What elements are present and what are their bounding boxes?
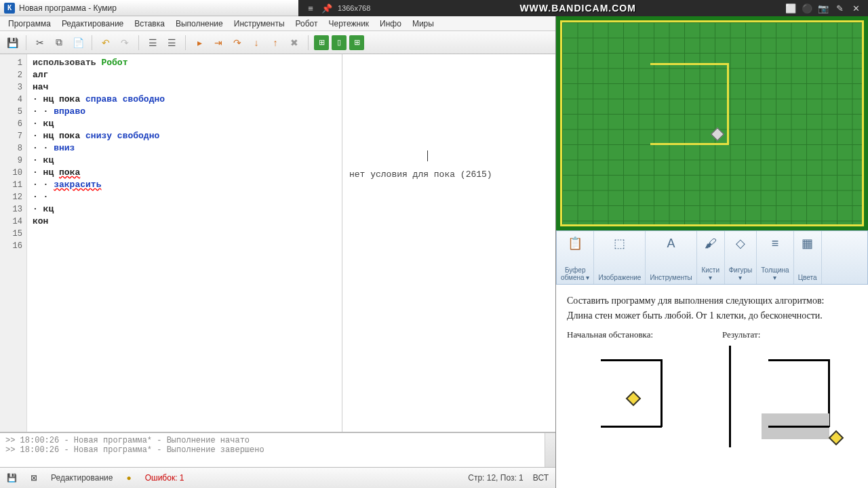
run-icon[interactable]: ▸ bbox=[191, 35, 208, 51]
step-over-icon[interactable]: ↷ bbox=[229, 35, 245, 51]
ribbon-фигуры[interactable]: ◇Фигуры▾ bbox=[725, 231, 757, 284]
task-fig-before bbox=[567, 346, 682, 441]
stop-icon[interactable]: ✖ bbox=[286, 35, 302, 51]
ide-menubar[interactable]: ПрограммаРедактированиеВставкаВыполнение… bbox=[0, 16, 555, 31]
output-console[interactable]: >> 18:00:26 - Новая программа* - Выполне… bbox=[0, 432, 555, 468]
robot-field-area[interactable] bbox=[556, 16, 868, 230]
task-fig-after bbox=[722, 346, 837, 441]
ribbon-icon: ≡ bbox=[766, 234, 785, 253]
task-document[interactable]: Составить программу для выполнения следу… bbox=[556, 285, 868, 488]
task-line2: Длина стен может быть любой. От 1 клетки… bbox=[567, 310, 857, 321]
status-errors: Ошибок: 1 bbox=[145, 473, 184, 483]
ribbon-label: Буферобмена ▾ bbox=[561, 266, 589, 281]
ribbon-icon: ◇ bbox=[731, 234, 750, 253]
undo-icon[interactable]: ↶ bbox=[98, 35, 114, 51]
menu-редактирование[interactable]: Редактирование bbox=[56, 18, 129, 30]
ribbon-label: Цвета bbox=[798, 274, 817, 281]
discard-icon[interactable]: ⊠ bbox=[31, 473, 37, 483]
menu-инструменты[interactable]: Инструменты bbox=[229, 18, 290, 30]
code-text[interactable]: использовать Роботалгнач· нц пока справа… bbox=[27, 54, 342, 432]
fullscreen-icon[interactable]: ⬜ bbox=[785, 3, 796, 14]
menu-выполнение[interactable]: Выполнение bbox=[170, 18, 229, 30]
ribbon-инструменты[interactable]: AИнструменты bbox=[646, 231, 696, 284]
camera-icon[interactable]: 📷 bbox=[818, 3, 829, 14]
error-panel: нет условия для пока (2615) bbox=[342, 54, 555, 432]
ribbon-label: Фигуры▾ bbox=[729, 266, 752, 281]
wall-top bbox=[650, 63, 728, 65]
status-mode: Редактирование bbox=[51, 473, 113, 483]
pencil-icon[interactable]: ✎ bbox=[834, 3, 845, 14]
ribbon-label: Толщина▾ bbox=[761, 266, 789, 281]
paste-icon[interactable]: 📄 bbox=[70, 35, 86, 51]
text-cursor-icon bbox=[427, 150, 428, 161]
output-line: >> 18:00:26 - Новая программа* - Выполне… bbox=[5, 436, 550, 445]
task-before-label: Начальная обстановка: bbox=[567, 329, 702, 340]
output-line: >> 18:00:26 - Новая программа* - Выполне… bbox=[5, 445, 550, 455]
status-cursor-pos: Стр: 12, Поз: 1 bbox=[468, 473, 524, 483]
cut-icon[interactable]: ✂ bbox=[32, 35, 48, 51]
ide-title-text: Новая программа - Кумир bbox=[19, 3, 117, 13]
module-col-icon[interactable]: ▯ bbox=[332, 35, 347, 50]
menu-программа[interactable]: Программа bbox=[3, 18, 56, 30]
ide-statusbar: 💾 ⊠ Редактирование ● Ошибок: 1 Стр: 12, … bbox=[0, 468, 555, 488]
kumir-logo-icon: К bbox=[4, 3, 15, 14]
menu-инфо[interactable]: Инфо bbox=[374, 18, 407, 30]
bandicam-watermark: WWW.BANDICAM.COM bbox=[377, 3, 778, 14]
save-small-icon[interactable]: 💾 bbox=[7, 473, 17, 483]
redo-icon[interactable]: ↷ bbox=[117, 35, 133, 51]
compile-error-text: нет условия для пока (2615) bbox=[349, 169, 492, 180]
kumir-ide-window: К Новая программа - Кумир ПрограммаРедак… bbox=[0, 0, 556, 488]
ribbon-icon: ⬚ bbox=[610, 234, 629, 253]
burger-icon[interactable]: ≡ bbox=[305, 3, 316, 14]
step-icon[interactable]: ⇥ bbox=[210, 35, 226, 51]
ribbon-изображение[interactable]: ⬚Изображение bbox=[594, 231, 646, 284]
indent-icon[interactable]: ☰ bbox=[144, 35, 161, 51]
outdent-icon[interactable]: ☰ bbox=[163, 35, 180, 51]
menu-вставка[interactable]: Вставка bbox=[129, 18, 170, 30]
close-icon[interactable]: ✕ bbox=[850, 3, 861, 14]
robot-grid[interactable] bbox=[560, 20, 864, 226]
module-plus-icon[interactable]: ⊞ bbox=[349, 35, 364, 50]
ribbon-icon: 📋 bbox=[566, 234, 585, 253]
ribbon-цвета[interactable]: ▦Цвета bbox=[794, 231, 822, 284]
step-out-icon[interactable]: ↑ bbox=[267, 35, 283, 51]
wall-bottom bbox=[650, 143, 729, 145]
robot-end-icon bbox=[829, 430, 844, 446]
pin-icon[interactable]: 📌 bbox=[321, 3, 332, 14]
ribbon-кисти[interactable]: 🖌Кисти▾ bbox=[697, 231, 725, 284]
module-grid-icon[interactable]: ⊞ bbox=[314, 35, 329, 50]
bandicam-overlay: ≡ 📌 1366x768 WWW.BANDICAM.COM ⬜ ⚫ 📷 ✎ ✕ bbox=[298, 0, 868, 16]
robot-actor-icon bbox=[711, 127, 724, 141]
robot-start-icon bbox=[626, 391, 642, 407]
output-scrollbar[interactable] bbox=[545, 433, 555, 467]
copy-icon[interactable]: ⧉ bbox=[51, 35, 67, 51]
task-line1: Составить программу для выполнения следу… bbox=[567, 296, 857, 306]
paint-ribbon: 📋Буферобмена ▾⬚ИзображениеAИнструменты🖌К… bbox=[556, 230, 868, 285]
task-after-label: Результат: bbox=[722, 329, 857, 340]
ribbon-icon: 🖌 bbox=[701, 234, 720, 253]
ribbon-буфер[interactable]: 📋Буферобмена ▾ bbox=[557, 231, 594, 284]
ribbon-толщина[interactable]: ≡Толщина▾ bbox=[757, 231, 793, 284]
step-into-icon[interactable]: ↓ bbox=[248, 35, 264, 51]
ribbon-label: Изображение bbox=[598, 274, 641, 281]
resolution-label: 1366x768 bbox=[338, 4, 370, 12]
status-insertmode: ВСТ bbox=[533, 473, 549, 483]
robot-window: Робот - временная bbox=[556, 0, 868, 230]
save-icon[interactable]: 💾 bbox=[4, 35, 20, 51]
ribbon-label: Инструменты bbox=[650, 274, 692, 281]
ribbon-icon: ▦ bbox=[798, 234, 817, 253]
code-editor[interactable]: 12345678910111213141516 использовать Роб… bbox=[0, 54, 342, 432]
record-icon[interactable]: ⚫ bbox=[802, 3, 812, 14]
ribbon-icon: A bbox=[662, 234, 681, 253]
menu-робот[interactable]: Робот bbox=[290, 18, 323, 30]
ribbon-label: Кисти▾ bbox=[701, 266, 719, 281]
line-gutter: 12345678910111213141516 bbox=[0, 54, 27, 432]
wall-right bbox=[727, 63, 729, 144]
ide-toolbar: 💾 ✂ ⧉ 📄 ↶ ↷ ☰ ☰ ▸ ⇥ ↷ ↓ ↑ ✖ ⊞ ▯ ⊞ bbox=[0, 31, 555, 54]
menu-миры[interactable]: Миры bbox=[407, 18, 439, 30]
warning-icon: ● bbox=[126, 473, 131, 483]
menu-чертежник[interactable]: Чертежник bbox=[323, 18, 375, 30]
